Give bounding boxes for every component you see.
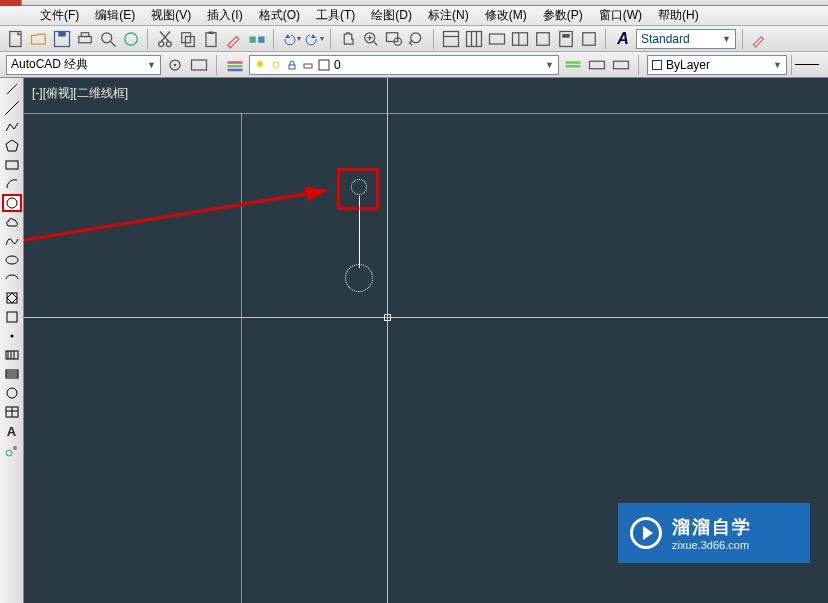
toolbar-separator — [433, 29, 435, 49]
insert-block-tool[interactable] — [2, 289, 22, 307]
cut-button[interactable] — [155, 29, 175, 49]
app-icon — [0, 0, 22, 6]
ref-button[interactable] — [579, 29, 599, 49]
linetype-preview[interactable] — [791, 55, 821, 75]
zoom-previous-button[interactable] — [407, 29, 427, 49]
svg-marker-54 — [6, 140, 18, 151]
construction-line-tool[interactable] — [2, 99, 22, 117]
menu-dimension[interactable]: 标注(N) — [428, 7, 469, 24]
svg-rect-31 — [513, 32, 528, 45]
match-props-button[interactable] — [224, 29, 244, 49]
text-style-dropdown[interactable]: Standard ▼ — [636, 29, 736, 49]
region-tool[interactable] — [2, 384, 22, 402]
toolbar-separator — [330, 29, 332, 49]
polygon-tool[interactable] — [2, 137, 22, 155]
svg-point-7 — [125, 32, 138, 45]
layer-toolbar: AutoCAD 经典 ▼ 0 ▼ ByLayer ▼ — [0, 52, 828, 78]
svg-rect-15 — [209, 31, 214, 34]
revision-cloud-tool[interactable] — [2, 213, 22, 231]
svg-line-52 — [7, 84, 17, 94]
svg-point-9 — [166, 41, 171, 46]
hatch-tool[interactable] — [2, 346, 22, 364]
text-style-name: Standard — [641, 32, 690, 46]
menu-format[interactable]: 格式(O) — [259, 7, 300, 24]
toolbar-separator — [638, 55, 640, 75]
menu-param[interactable]: 参数(P) — [543, 7, 583, 24]
layer-dropdown[interactable]: 0 ▼ — [249, 55, 559, 75]
text-style-icon[interactable]: A — [613, 29, 633, 49]
sheet-set-button[interactable] — [464, 29, 484, 49]
svg-line-11 — [161, 31, 170, 41]
menu-help[interactable]: 帮助(H) — [658, 7, 699, 24]
tool-palettes-button[interactable] — [487, 29, 507, 49]
layer-props-button[interactable] — [225, 55, 245, 75]
main-area: A [-][俯视][二维线框] 溜溜自学 zixue.3d66.com — [0, 78, 828, 603]
color-dropdown[interactable]: ByLayer ▼ — [647, 55, 787, 75]
polyline-tool[interactable] — [2, 118, 22, 136]
menu-window[interactable]: 窗口(W) — [599, 7, 642, 24]
block-editor-button[interactable] — [247, 29, 267, 49]
ellipse-tool[interactable] — [2, 251, 22, 269]
rectangle-tool[interactable] — [2, 156, 22, 174]
bulb-icon — [254, 59, 266, 71]
redo-button[interactable]: ▾ — [304, 29, 324, 49]
svg-rect-59 — [7, 312, 17, 322]
design-center-button[interactable] — [510, 29, 530, 49]
menu-view[interactable]: 视图(V) — [151, 7, 191, 24]
brush-button[interactable] — [750, 29, 768, 49]
viewport-label: [-][俯视][二维线框] — [32, 85, 128, 102]
paste-button[interactable] — [201, 29, 221, 49]
line-tool[interactable] — [2, 80, 22, 98]
svg-rect-22 — [387, 32, 398, 41]
make-block-tool[interactable] — [2, 308, 22, 326]
menu-tools[interactable]: 工具(T) — [316, 7, 355, 24]
svg-rect-42 — [228, 68, 243, 71]
chevron-down-icon: ▼ — [147, 60, 156, 70]
crosshair-vertical — [387, 78, 388, 603]
circle-tool[interactable] — [2, 194, 22, 212]
menu-edit[interactable]: 编辑(E) — [95, 7, 135, 24]
new-button[interactable] — [6, 29, 26, 49]
properties-button[interactable] — [441, 29, 461, 49]
save-button[interactable] — [52, 29, 72, 49]
table-tool[interactable] — [2, 403, 22, 421]
menu-modify[interactable]: 修改(M) — [485, 7, 527, 24]
drawing-canvas[interactable]: [-][俯视][二维线框] 溜溜自学 zixue.3d66.com — [24, 78, 828, 603]
workspace-dropdown[interactable]: AutoCAD 经典 ▼ — [6, 55, 161, 75]
ellipse-arc-tool[interactable] — [2, 270, 22, 288]
svg-rect-49 — [566, 65, 581, 68]
layer-states-button[interactable] — [563, 55, 583, 75]
toolbar-separator — [605, 29, 607, 49]
print-button[interactable] — [75, 29, 95, 49]
svg-rect-16 — [250, 36, 256, 42]
layer-previous-button[interactable] — [587, 55, 607, 75]
markup-button[interactable] — [533, 29, 553, 49]
zoom-window-button[interactable] — [384, 29, 404, 49]
publish-button[interactable] — [121, 29, 141, 49]
zoom-realtime-button[interactable] — [361, 29, 381, 49]
chevron-down-icon: ▼ — [545, 60, 554, 70]
workspace-settings-button[interactable] — [165, 55, 185, 75]
arc-tool[interactable] — [2, 175, 22, 193]
open-button[interactable] — [29, 29, 49, 49]
undo-button[interactable]: ▾ — [281, 29, 301, 49]
layer-change-button[interactable] — [611, 55, 631, 75]
spline-tool[interactable] — [2, 232, 22, 250]
point-tool[interactable] — [2, 327, 22, 345]
mtext-tool[interactable]: A — [2, 422, 22, 440]
add-selected-tool[interactable] — [2, 441, 22, 459]
menu-insert[interactable]: 插入(I) — [207, 7, 242, 24]
drawing-preview-circle — [345, 264, 373, 292]
quickcalc-button[interactable] — [556, 29, 576, 49]
workspace-toolbar-button[interactable] — [189, 55, 209, 75]
svg-point-57 — [6, 256, 18, 264]
menu-draw[interactable]: 绘图(D) — [371, 7, 412, 24]
gradient-tool[interactable] — [2, 365, 22, 383]
pan-button[interactable] — [338, 29, 358, 49]
svg-rect-40 — [228, 61, 243, 64]
print-preview-button[interactable] — [98, 29, 118, 49]
svg-point-43 — [257, 61, 263, 67]
copy-button[interactable] — [178, 29, 198, 49]
menu-file[interactable]: 文件(F) — [40, 7, 79, 24]
svg-rect-47 — [319, 60, 329, 70]
